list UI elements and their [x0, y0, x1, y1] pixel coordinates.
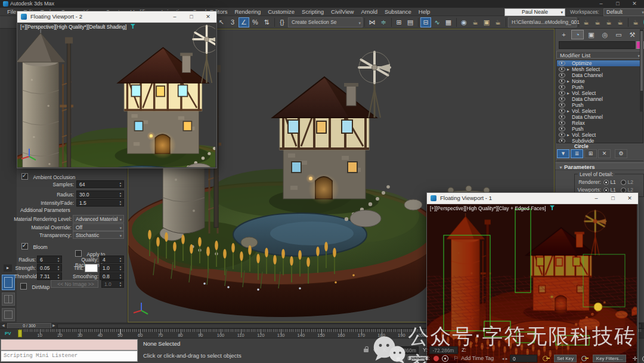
dirtmap-image-button[interactable]: << No Image >>: [51, 280, 98, 288]
workspace-dropdown[interactable]: Default ▾: [603, 8, 644, 16]
menu-item[interactable]: Arnold: [357, 8, 380, 16]
samples-field[interactable]: 64 ▲▼: [76, 180, 124, 188]
spinner-snap-button[interactable]: ⇅: [261, 17, 272, 27]
spinner-icon[interactable]: ▲▼: [56, 257, 61, 262]
smoothing-field[interactable]: 0.8 ▲▼: [100, 272, 124, 280]
spinner-icon[interactable]: ▲▼: [118, 273, 123, 279]
visibility-eye-icon[interactable]: [559, 79, 565, 84]
percent-snap-button[interactable]: %: [250, 17, 261, 27]
visibility-eye-icon[interactable]: [559, 85, 565, 90]
expand-arrow-icon[interactable]: ▶: [567, 67, 572, 71]
floating-viewport-2-titlebar[interactable]: Floating Viewport - 2 – □ ✕: [17, 11, 216, 23]
minimize-button[interactable]: –: [588, 193, 605, 204]
viewport-label[interactable]: [+][Perspective][High Quality*][Clay + E…: [430, 205, 555, 211]
spinner-icon[interactable]: ▲▼: [118, 182, 123, 187]
layout-tab-two-pane[interactable]: [2, 293, 15, 306]
modifier-stack-row[interactable]: Push: [557, 84, 643, 90]
radio-renderer-l1[interactable]: [603, 180, 609, 185]
menu-item[interactable]: Customize: [264, 8, 298, 16]
transparency-dropdown[interactable]: Stochastic ▾: [73, 231, 124, 239]
stack-scrollbar-thumb[interactable]: [640, 31, 643, 91]
select-object-button[interactable]: ↖: [216, 17, 227, 27]
bloom-checkbox[interactable]: [21, 243, 28, 250]
expand-arrow-icon[interactable]: ▶: [567, 133, 572, 137]
modifier-stack-row[interactable]: ▶Vol. Select: [557, 132, 643, 138]
mirror-button[interactable]: ⋈: [367, 17, 377, 27]
project-folder-dropdown[interactable]: H:\Clients\au...eModeling_001 ▾: [508, 17, 577, 27]
macro-recorder-pane[interactable]: [1, 339, 138, 350]
bloom-radius-field[interactable]: 6 ▲▼: [37, 256, 62, 263]
modifier-stack-row[interactable]: Data Channel: [557, 96, 643, 102]
dirtmap-checkbox[interactable]: [20, 283, 27, 290]
expand-arrow-icon[interactable]: ▶: [567, 79, 572, 83]
menu-item[interactable]: Scripting: [298, 8, 327, 16]
material-editor-button[interactable]: ◉: [459, 17, 469, 27]
selection-set-dropdown[interactable]: Create Selection Se ▾: [288, 17, 363, 27]
visibility-eye-icon[interactable]: [559, 73, 565, 78]
floating-viewport-2-canvas[interactable]: [+][Perspective][High Quality*][Default …: [17, 23, 215, 167]
rendered-frame-window-button[interactable]: ▣: [481, 17, 492, 27]
spinner-icon[interactable]: ▲▼: [118, 192, 123, 197]
layout-tab-alt[interactable]: [2, 308, 15, 321]
layout-tabs-expand-button[interactable]: ▸: [4, 264, 12, 272]
tab-utilities[interactable]: ⚒: [626, 30, 639, 39]
expand-arrow-icon[interactable]: ▶: [567, 91, 572, 95]
visibility-eye-icon[interactable]: [559, 139, 565, 143]
viewport-label[interactable]: [+][Perspective][High Quality*][Default …: [20, 24, 135, 30]
tint-color-swatch[interactable]: [85, 264, 98, 272]
visibility-eye-icon[interactable]: [559, 127, 565, 131]
configure-modifier-sets-button[interactable]: ⚙: [615, 149, 627, 158]
visibility-eye-icon[interactable]: [559, 61, 565, 66]
signin-user-button[interactable]: Paul Neale ▾: [504, 8, 565, 16]
render-production-button[interactable]: ☕: [493, 17, 503, 27]
modifier-stack-row[interactable]: Subdivide: [557, 138, 643, 143]
spinner-icon[interactable]: ▲▼: [118, 200, 123, 205]
tint-field[interactable]: 1.0 ▲▼: [100, 264, 124, 272]
dirtmap-amount-field[interactable]: 1.0 ▲▼: [101, 280, 124, 288]
material-override-dropdown[interactable]: Off ▾: [73, 223, 124, 231]
visibility-eye-icon[interactable]: [559, 109, 565, 113]
modifier-stack-row[interactable]: Push: [557, 126, 643, 132]
modifier-stack-row[interactable]: ▶Mesh Select: [557, 66, 643, 72]
named-selection-sets-button[interactable]: {}: [277, 17, 287, 27]
visibility-eye-icon[interactable]: [559, 115, 565, 119]
tab-create[interactable]: +: [558, 30, 570, 39]
selection-lock-icon[interactable]: [364, 349, 369, 352]
render-preset-button[interactable]: ☕: [592, 17, 603, 27]
render-setup-button[interactable]: ☕: [470, 17, 481, 27]
minimize-button[interactable]: –: [166, 11, 183, 22]
batch-render-button[interactable]: ☕: [615, 17, 626, 27]
quality-field[interactable]: 4 ▲▼: [100, 256, 124, 263]
visibility-eye-icon[interactable]: [559, 91, 565, 96]
parameters-rollout-header[interactable]: ▼ Parameters: [555, 162, 644, 170]
remove-modifier-button[interactable]: ✕: [598, 149, 611, 158]
viewport-label-text[interactable]: [+][Perspective][High Quality*][Default …: [20, 24, 126, 30]
modifier-stack-row[interactable]: ▶Noise: [557, 78, 643, 84]
minimize-button[interactable]: –: [594, 0, 608, 8]
intensity-field[interactable]: 1.5 ▲▼: [76, 199, 124, 207]
ambient-occlusion-checkbox[interactable]: [21, 173, 28, 180]
maximize-button[interactable]: □: [183, 11, 200, 22]
make-unique-button[interactable]: ⊞: [584, 149, 597, 158]
expand-arrow-icon[interactable]: ▶: [567, 109, 572, 113]
object-name-field[interactable]: [559, 41, 635, 49]
frame-forward-button[interactable]: ▶: [52, 323, 55, 328]
filter-funnel-icon[interactable]: [550, 205, 555, 210]
menu-item[interactable]: CivilView: [327, 8, 357, 16]
spinner-icon[interactable]: ▲▼: [56, 273, 61, 279]
scripting-listener-pane[interactable]: Scripting Mini Listener: [1, 350, 138, 362]
visibility-eye-icon[interactable]: [559, 103, 565, 107]
modifier-stack-row[interactable]: Data Channel: [557, 114, 643, 120]
close-button[interactable]: ✕: [627, 0, 642, 8]
align-button[interactable]: ≑: [378, 17, 389, 27]
state-sets-button[interactable]: ☕: [603, 17, 614, 27]
floating-viewport-1-titlebar[interactable]: Floating Viewport - 1 – □ ✕: [427, 193, 638, 204]
scene-explorer-button[interactable]: ▤: [405, 17, 416, 27]
snaps-toggle-button[interactable]: 3: [227, 17, 238, 27]
modifier-stack-row[interactable]: ▶Vol. Select: [557, 108, 643, 114]
visibility-eye-icon[interactable]: [559, 67, 565, 72]
tab-display[interactable]: ▭: [612, 30, 625, 39]
apply-to-background-checkbox[interactable]: [75, 250, 82, 257]
visibility-eye-icon[interactable]: [559, 133, 565, 137]
spinner-icon[interactable]: ▲▼: [118, 281, 123, 287]
